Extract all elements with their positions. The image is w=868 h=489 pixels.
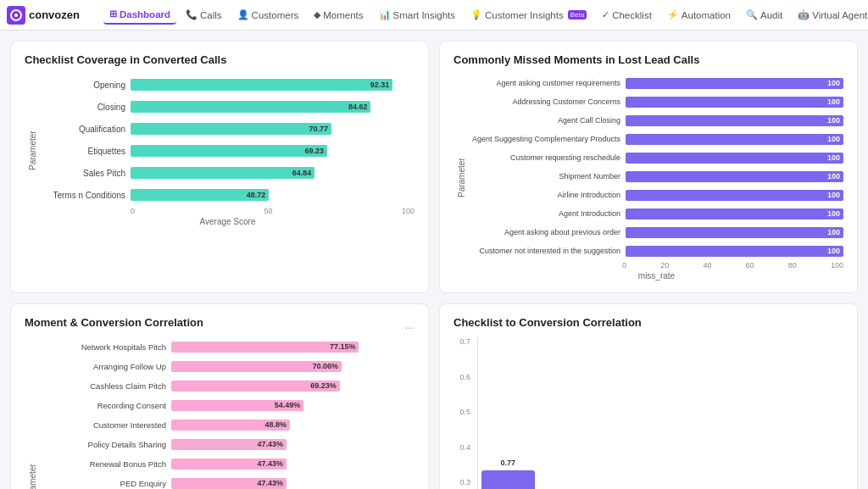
nav-calls-label: Calls	[200, 10, 222, 20]
nav-automation-label: Automation	[682, 10, 731, 20]
brand: convozen	[7, 6, 80, 25]
beta-badge: Beta	[568, 10, 587, 19]
missed-bar-row: Agent Introduction100	[470, 205, 843, 222]
missed-bar-row: Customer requesting reschedule100	[470, 149, 843, 166]
v-bar: 0.77	[481, 470, 535, 489]
checklist-x-ticks: 0 50 100	[131, 207, 415, 215]
nav-customer-insights-label: Customer Insights	[485, 10, 564, 20]
nav-smart-insights-label: Smart Insights	[393, 10, 456, 20]
moment-correlation-title: Moment & Conversion Correlation	[25, 316, 203, 329]
missed-x-ticks: 0 20 40 60 80 100	[622, 261, 843, 270]
automation-icon: ⚡	[667, 9, 679, 20]
virtual-agents-icon: 🤖	[798, 9, 810, 20]
moment-bar-row: Network Hospitals Pitch77.15%	[41, 337, 415, 356]
checklist-bar-row: Closing84.62	[41, 97, 415, 117]
checklist-bar-row: Etiquettes69.23	[41, 141, 415, 161]
nav-virtual-agents[interactable]: 🤖 Virtual Agents	[792, 6, 868, 24]
customers-icon: 👤	[237, 9, 249, 20]
checklist-bar-row: Opening92.31	[41, 75, 415, 95]
missed-bar-row: Airline Introduction100	[470, 186, 843, 203]
missed-x-label: miss_rate	[470, 271, 843, 281]
checklist-bar-row: Terms n Conditions48.72	[41, 185, 415, 205]
checklist-param-label: Parameter	[25, 75, 37, 226]
moment-bars-container: Network Hospitals Pitch77.15%Arranging F…	[41, 337, 415, 489]
nav-audit[interactable]: 🔍 Audit	[740, 6, 788, 24]
missed-bar-row: Agent asking about previous order100	[470, 224, 843, 241]
checklist-bar-row: Qualification70.77	[41, 119, 415, 139]
nav-customers-label: Customers	[252, 10, 299, 20]
nav-moments-label: Moments	[323, 10, 363, 20]
missed-param-label: Parameter	[453, 75, 466, 281]
moment-bar-row: Renewal Bonus Pitch47.43%	[41, 454, 415, 473]
nav-virtual-agents-label: Virtual Agents	[812, 10, 868, 20]
brand-name: convozen	[29, 8, 80, 21]
nav-calls[interactable]: 📞 Calls	[180, 6, 228, 24]
v-bar-value: 0.77	[501, 458, 516, 467]
nav-moments[interactable]: ◆ Moments	[308, 6, 369, 24]
nav-customers[interactable]: 👤 Customers	[231, 6, 305, 24]
missed-moments-title: Commonly Missed Moments in Lost Lead Cal…	[453, 53, 843, 66]
moment-bar-row: Arranging Follow Up70.06%	[41, 357, 415, 375]
nav-smart-insights[interactable]: 📊 Smart Insights	[373, 6, 462, 24]
brand-logo	[7, 6, 25, 25]
missed-bars-container: Agent asking customer requirements100Add…	[470, 75, 843, 259]
moment-bar-row: PED Enquiry47.43%	[41, 474, 415, 489]
missed-bar-row: Addressing Customer Concerns100	[470, 93, 843, 110]
smart-insights-icon: 📊	[379, 9, 391, 20]
checklist-correlation-title: Checklist to Conversion Correlation	[453, 316, 843, 329]
nav-customer-insights[interactable]: 💡 Customer Insights Beta	[465, 6, 593, 24]
checklist-bar-row: Sales Pitch64.84	[41, 163, 415, 183]
calls-icon: 📞	[186, 9, 198, 20]
moment-bar-row: Recording Consent54.49%	[41, 396, 415, 414]
nav-audit-label: Audit	[760, 10, 782, 20]
v-y-label: Correlation with Conversion	[834, 337, 843, 489]
moment-bar-row: Policy Details Sharing47.43%	[41, 435, 415, 453]
missed-bar-row: Customer not interested in the suggestio…	[470, 242, 843, 259]
nav-automation[interactable]: ⚡ Automation	[661, 6, 737, 24]
more-options-icon[interactable]: ···	[404, 320, 415, 334]
nav-dashboard-label: Dashboard	[120, 9, 170, 19]
v-chart-area: 0.77Sales Pitch0.6Etiquettes0.47Closing0…	[477, 337, 829, 489]
moments-icon: ◆	[314, 9, 320, 20]
checklist-bars-container: Opening92.31Closing84.62Qualification70.…	[41, 75, 415, 205]
missed-bar-row: Agent Suggesting Complementary Products1…	[470, 131, 843, 147]
missed-bar-row: Shipment Number100	[470, 168, 843, 185]
checklist-icon: ✓	[602, 9, 609, 20]
missed-moments-card: Commonly Missed Moments in Lost Lead Cal…	[439, 41, 858, 293]
dashboard-icon: ⊞	[109, 8, 117, 19]
customer-insights-icon: 💡	[470, 9, 482, 20]
nav-checklist[interactable]: ✓ Checklist	[596, 6, 658, 24]
moment-param-label: Parameter	[25, 337, 37, 489]
checklist-coverage-title: Checklist Coverage in Converted Calls	[25, 53, 415, 66]
missed-bar-row: Agent asking customer requirements100	[470, 75, 843, 92]
v-y-ticks: 0.7 0.6 0.5 0.4 0.3 0.2 0.1 0	[453, 337, 474, 489]
svg-point-1	[14, 14, 18, 17]
navbar: convozen ⊞ Dashboard 📞 Calls 👤 Customers…	[0, 0, 868, 31]
moment-correlation-card: Moment & Conversion Correlation ··· Para…	[10, 303, 429, 489]
v-bar-col: 0.77Sales Pitch	[481, 470, 535, 489]
missed-bar-row: Agent Call Closing100	[470, 112, 843, 129]
audit-icon: 🔍	[746, 9, 758, 20]
checklist-x-label: Average Score	[41, 217, 415, 226]
checklist-correlation-card: Checklist to Conversion Correlation 0.7 …	[439, 303, 858, 489]
nav-checklist-label: Checklist	[612, 10, 652, 20]
moment-bar-row: Customer Interested48.8%	[41, 415, 415, 434]
checklist-coverage-card: Checklist Coverage in Converted Calls Pa…	[10, 41, 429, 293]
nav-dashboard[interactable]: ⊞ Dashboard	[103, 5, 176, 25]
main-content: Checklist Coverage in Converted Calls Pa…	[0, 31, 868, 489]
moment-bar-row: Cashless Claim Pitch69.23%	[41, 376, 415, 395]
